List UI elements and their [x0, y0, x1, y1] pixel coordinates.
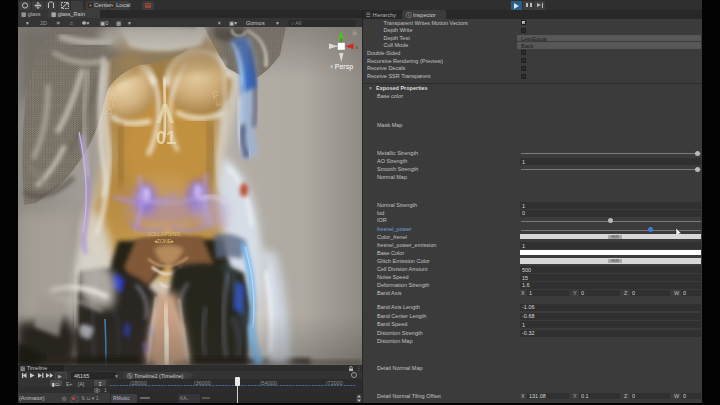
svg-text:‹ Persp: ‹ Persp	[331, 63, 354, 71]
